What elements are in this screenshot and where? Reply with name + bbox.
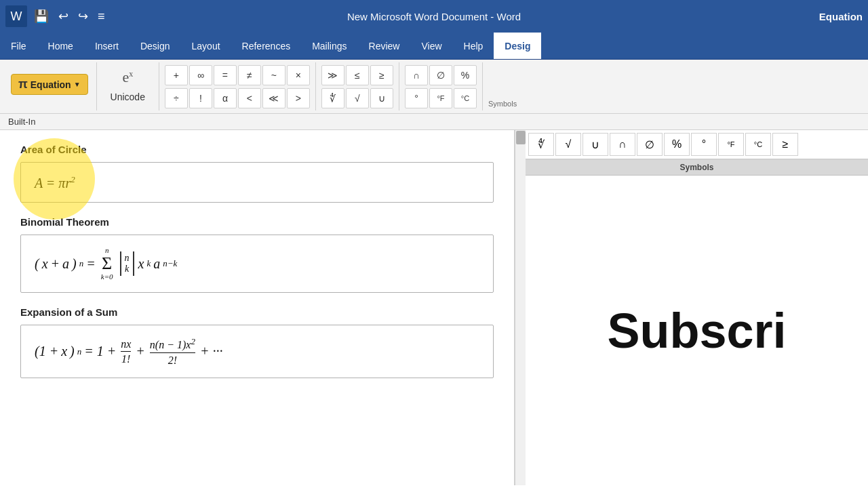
equation-section: π Equation ▼ [5,62,97,110]
equation-1: A = πr2 [35,174,75,191]
equation-box-1: A = πr2 [20,162,494,203]
alpha-btn[interactable]: α [214,88,237,108]
divide-btn[interactable]: ÷ [165,88,188,108]
document-wrapper: Area of Circle A = πr2 Binomial Theorem … [0,130,526,485]
document-area[interactable]: Area of Circle A = πr2 Binomial Theorem … [0,130,515,485]
times-btn[interactable]: × [287,65,310,85]
percent-btn[interactable]: % [454,65,477,85]
right-tab-label: Equation [819,11,863,22]
equation-box-3: (1 + x)n = 1 + nx 1! + n(n − 1)x2 2! + ·… [20,325,494,378]
math-row-2: ÷ ! α < ≪ > [165,88,310,108]
sym-degree[interactable]: ° [691,133,717,156]
menu-insert[interactable]: Insert [84,33,130,59]
sym-sqrt[interactable]: √ [555,133,581,156]
title-bar: W 💾 ↩ ↪ ≡ New Microsoft Word Document - … [0,0,868,33]
menu-design[interactable]: Design [130,33,181,59]
menu-layout[interactable]: Layout [181,33,231,59]
right-symbols-grid: ∜ √ ∪ ∩ ∅ % ° °F °C ≥ [526,130,868,160]
scrollbar-thumb[interactable] [516,131,526,144]
menu-references[interactable]: References [231,33,302,59]
menu-view[interactable]: View [410,33,452,59]
union-btn[interactable]: ∪ [370,88,393,108]
equation-label: Equation [31,79,71,90]
redo-button[interactable]: ↪ [75,7,91,25]
right-symbols-label: Symbols [526,160,868,176]
notequals-btn[interactable]: ≠ [238,65,261,85]
math-symbols-section: + ∞ = ≠ ~ × ÷ ! α < ≪ > [159,62,316,110]
subscribe-area: Subscri [526,176,868,485]
degc-btn[interactable]: °C [454,88,477,108]
plus-btn[interactable]: + [165,65,188,85]
quick-access-button[interactable]: ≡ [95,8,108,25]
equation-box-2: (x + a)n = n Σ k=0 n k xkan−k [20,235,494,293]
fourthroot-btn[interactable]: ∜ [321,88,344,108]
menu-help[interactable]: Help [453,33,494,59]
leq-btn[interactable]: ≤ [346,65,369,85]
sigma-notation: n Σ k=0 [101,246,113,281]
equation-button[interactable]: π Equation ▼ [11,74,88,95]
sym-geq2[interactable]: ≥ [772,133,798,156]
sqrt-btn[interactable]: √ [346,88,369,108]
sym-percent[interactable]: % [664,133,690,156]
symbol-row-2: ° °F °C [405,88,477,108]
sym-union[interactable]: ∪ [583,133,608,156]
degf-btn[interactable]: °F [429,88,452,108]
subscribe-text: Subscri [607,303,786,359]
equation-2: (x + a)n = n Σ k=0 n k xkan−k [35,246,177,281]
tilde-btn[interactable]: ~ [262,65,285,85]
menu-bar: File Home Insert Design Layout Reference… [0,33,868,60]
title-bar-left: W 💾 ↩ ↪ ≡ [5,5,108,27]
menu-review[interactable]: Review [358,33,411,59]
sym-degc[interactable]: °C [745,133,771,156]
section-title-2: Binomial Theorem [20,216,494,228]
much-less-btn[interactable]: ≪ [262,88,285,108]
equals-btn[interactable]: = [214,65,237,85]
menu-mailings[interactable]: Mailings [301,33,357,59]
symbols-label: Symbols [488,97,517,110]
symbol-buttons-section: ∩ ∅ % ° °F °C [399,62,483,110]
more-symbols-section: ≫ ≤ ≥ ∜ √ ∪ [316,62,399,110]
exclaim-btn[interactable]: ! [189,88,212,108]
symbol-row-1: ∩ ∅ % [405,65,477,85]
frac-2: n(n − 1)x2 2! [150,336,195,367]
math-row-1: + ∞ = ≠ ~ × [165,65,310,85]
sym-intersect[interactable]: ∩ [610,133,635,156]
math-icon: ex [122,68,133,86]
dropdown-arrow-icon: ▼ [74,81,81,88]
math-row-4: ∜ √ ∪ [321,88,393,108]
math-row-3: ≫ ≤ ≥ [321,65,393,85]
less-btn[interactable]: < [238,88,261,108]
right-panel: ∜ √ ∪ ∩ ∅ % ° °F °C ≥ Symbols Subscri [526,130,868,485]
geq-btn[interactable]: ≥ [370,65,393,85]
frac-1: nx 1! [121,338,131,365]
menu-design-active[interactable]: Desig [494,33,541,59]
sym-empty[interactable]: ∅ [637,133,663,156]
save-button[interactable]: 💾 [31,7,52,25]
scrollbar[interactable] [515,130,526,485]
word-icon: W [5,5,27,27]
section-title-3: Expansion of a Sum [20,306,494,318]
built-in-text: Built-In [8,117,35,127]
pi-icon: π [18,77,28,92]
intersect-btn[interactable]: ∩ [405,65,428,85]
empty-btn[interactable]: ∅ [429,65,452,85]
symbols-section: Symbols [483,62,522,110]
menu-file[interactable]: File [0,33,37,59]
main-area: Area of Circle A = πr2 Binomial Theorem … [0,130,868,485]
much-greater-btn[interactable]: ≫ [321,65,344,85]
undo-button[interactable]: ↩ [56,7,71,25]
binom-coeff: n k [120,251,134,276]
sym-degf[interactable]: °F [718,133,744,156]
equation-3: (1 + x)n = 1 + nx 1! + n(n − 1)x2 2! + ·… [35,336,222,367]
infinity-btn[interactable]: ∞ [189,65,212,85]
document-title: New Microsoft Word Document - Word [347,11,521,22]
unicode-section: ex Unicode [97,62,159,110]
ribbon: π Equation ▼ ex Unicode + ∞ = ≠ ~ × ÷ ! … [0,60,868,114]
built-in-label: Built-In [0,114,868,130]
sym-fourthroot[interactable]: ∜ [528,133,554,156]
degree-btn[interactable]: ° [405,88,428,108]
unicode-button[interactable]: Unicode [105,89,151,105]
greater-btn[interactable]: > [287,88,310,108]
menu-home[interactable]: Home [37,33,84,59]
section-title-1: Area of Circle [20,144,494,155]
